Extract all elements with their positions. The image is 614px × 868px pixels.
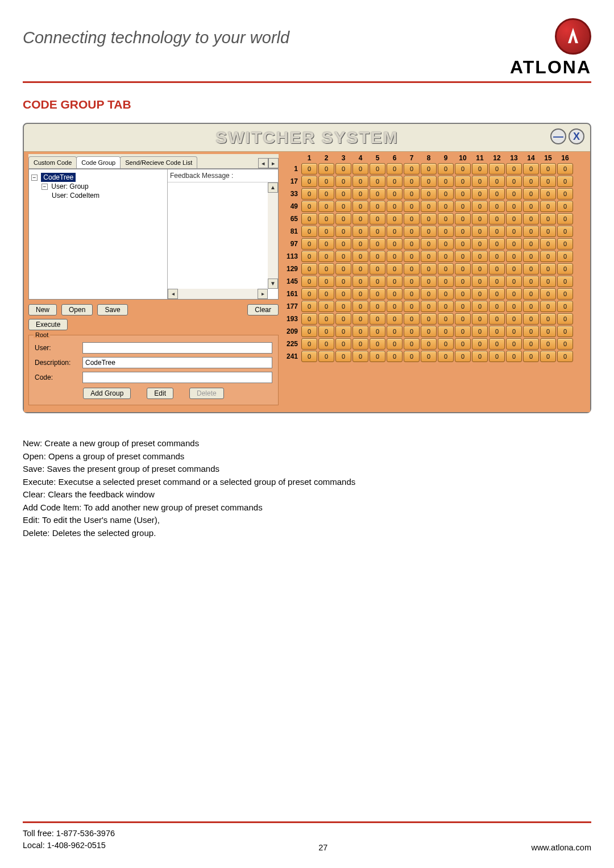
grid-cell[interactable]: 0 [404, 201, 420, 212]
grid-cell[interactable]: 0 [472, 351, 488, 362]
grid-cell[interactable]: 0 [301, 313, 317, 325]
grid-cell[interactable]: 0 [352, 276, 368, 287]
grid-cell[interactable]: 0 [472, 163, 488, 175]
grid-cell[interactable]: 0 [387, 263, 403, 275]
grid-cell[interactable]: 0 [455, 163, 471, 175]
grid-cell[interactable]: 0 [540, 176, 556, 187]
grid-cell[interactable]: 0 [438, 188, 454, 200]
feedback-textarea[interactable]: ▲ ▼ ◂ ▸ [168, 182, 278, 299]
grid-cell[interactable]: 0 [455, 313, 471, 325]
grid-cell[interactable]: 0 [455, 288, 471, 300]
tab-custom-code[interactable]: Custom Code [28, 156, 77, 168]
grid-cell[interactable]: 0 [523, 251, 539, 262]
grid-cell[interactable]: 0 [421, 326, 437, 337]
grid-cell[interactable]: 0 [301, 201, 317, 212]
grid-cell[interactable]: 0 [421, 238, 437, 250]
grid-cell[interactable]: 0 [421, 201, 437, 212]
grid-cell[interactable]: 0 [301, 338, 317, 350]
grid-cell[interactable]: 0 [523, 313, 539, 325]
grid-cell[interactable]: 0 [455, 251, 471, 262]
grid-cell[interactable]: 0 [472, 301, 488, 312]
grid-cell[interactable]: 0 [421, 163, 437, 175]
grid-cell[interactable]: 0 [387, 338, 403, 350]
grid-cell[interactable]: 0 [472, 338, 488, 350]
grid-cell[interactable]: 0 [370, 163, 385, 175]
grid-cell[interactable]: 0 [301, 326, 317, 337]
grid-cell[interactable]: 0 [318, 201, 334, 212]
grid-cell[interactable]: 0 [557, 351, 573, 362]
grid-cell[interactable]: 0 [506, 288, 522, 300]
grid-cell[interactable]: 0 [352, 226, 368, 237]
grid-cell[interactable]: 0 [540, 326, 556, 337]
grid-cell[interactable]: 0 [472, 188, 488, 200]
grid-cell[interactable]: 0 [404, 326, 420, 337]
grid-cell[interactable]: 0 [506, 313, 522, 325]
grid-cell[interactable]: 0 [506, 326, 522, 337]
grid-cell[interactable]: 0 [540, 301, 556, 312]
grid-cell[interactable]: 0 [438, 313, 454, 325]
grid-cell[interactable]: 0 [404, 238, 420, 250]
grid-cell[interactable]: 0 [318, 263, 334, 275]
grid-cell[interactable]: 0 [472, 201, 488, 212]
grid-cell[interactable]: 0 [455, 226, 471, 237]
grid-cell[interactable]: 0 [540, 163, 556, 175]
grid-cell[interactable]: 0 [472, 313, 488, 325]
grid-cell[interactable]: 0 [387, 313, 403, 325]
grid-cell[interactable]: 0 [387, 288, 403, 300]
grid-cell[interactable]: 0 [421, 351, 437, 362]
grid-cell[interactable]: 0 [421, 276, 437, 287]
grid-cell[interactable]: 0 [404, 313, 420, 325]
grid-cell[interactable]: 0 [557, 313, 573, 325]
execute-button[interactable]: Execute [28, 319, 68, 330]
grid-cell[interactable]: 0 [370, 313, 385, 325]
tab-scroll-left-icon[interactable]: ◂ [258, 158, 268, 168]
grid-cell[interactable]: 0 [506, 188, 522, 200]
grid-cell[interactable]: 0 [352, 288, 368, 300]
code-field[interactable] [82, 372, 272, 383]
grid-cell[interactable]: 0 [506, 163, 522, 175]
grid-cell[interactable]: 0 [523, 188, 539, 200]
grid-cell[interactable]: 0 [352, 163, 368, 175]
grid-cell[interactable]: 0 [370, 338, 385, 350]
close-button[interactable]: X [569, 128, 584, 144]
grid-cell[interactable]: 0 [557, 338, 573, 350]
grid-cell[interactable]: 0 [540, 251, 556, 262]
grid-cell[interactable]: 0 [489, 326, 505, 337]
grid-cell[interactable]: 0 [472, 251, 488, 262]
grid-cell[interactable]: 0 [506, 276, 522, 287]
grid-cell[interactable]: 0 [301, 188, 317, 200]
grid-cell[interactable]: 0 [301, 238, 317, 250]
grid-cell[interactable]: 0 [335, 251, 351, 262]
tree-node-user-codeitem[interactable]: User: CodeItem [52, 192, 99, 200]
grid-cell[interactable]: 0 [318, 213, 334, 225]
grid-cell[interactable]: 0 [438, 201, 454, 212]
tab-send-receive[interactable]: Send/Recieve Code List [120, 156, 197, 168]
grid-cell[interactable]: 0 [318, 301, 334, 312]
grid-cell[interactable]: 0 [438, 301, 454, 312]
grid-cell[interactable]: 0 [472, 238, 488, 250]
grid-cell[interactable]: 0 [523, 201, 539, 212]
grid-cell[interactable]: 0 [523, 263, 539, 275]
grid-cell[interactable]: 0 [557, 238, 573, 250]
grid-cell[interactable]: 0 [455, 326, 471, 337]
grid-cell[interactable]: 0 [489, 251, 505, 262]
grid-cell[interactable]: 0 [335, 226, 351, 237]
grid-cell[interactable]: 0 [404, 288, 420, 300]
grid-cell[interactable]: 0 [506, 226, 522, 237]
grid-cell[interactable]: 0 [489, 263, 505, 275]
scroll-left-icon[interactable]: ◂ [168, 289, 178, 299]
grid-cell[interactable]: 0 [540, 338, 556, 350]
grid-cell[interactable]: 0 [489, 176, 505, 187]
grid-cell[interactable]: 0 [352, 338, 368, 350]
grid-cell[interactable]: 0 [370, 288, 385, 300]
grid-cell[interactable]: 0 [370, 351, 385, 362]
grid-cell[interactable]: 0 [301, 288, 317, 300]
grid-cell[interactable]: 0 [523, 288, 539, 300]
grid-cell[interactable]: 0 [352, 351, 368, 362]
grid-cell[interactable]: 0 [455, 276, 471, 287]
grid-cell[interactable]: 0 [472, 263, 488, 275]
grid-cell[interactable]: 0 [455, 188, 471, 200]
grid-cell[interactable]: 0 [318, 176, 334, 187]
grid-cell[interactable]: 0 [455, 201, 471, 212]
grid-cell[interactable]: 0 [335, 276, 351, 287]
